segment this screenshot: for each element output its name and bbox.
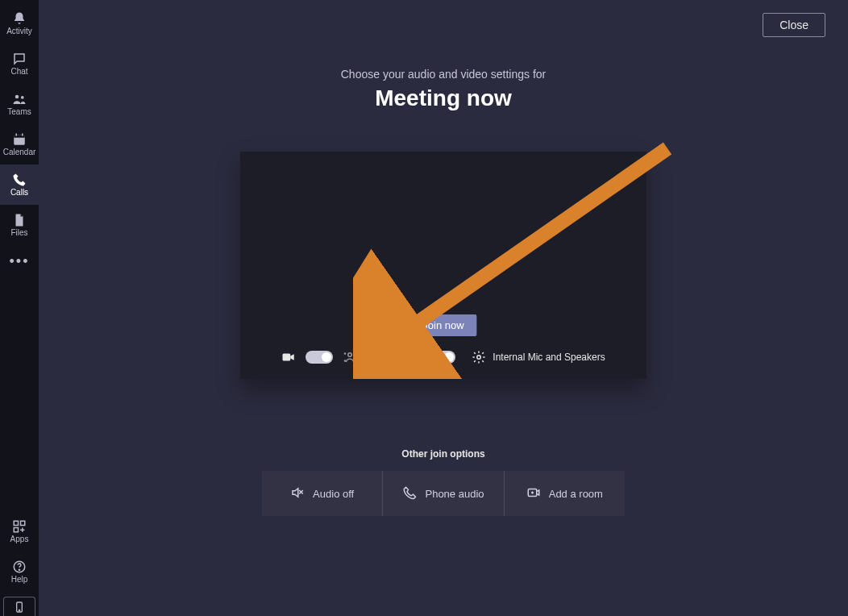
rail-chat[interactable]: Chat	[0, 44, 39, 84]
rail-label: Files	[10, 229, 27, 237]
rail-teams[interactable]: Teams	[0, 84, 39, 124]
chat-icon	[12, 52, 27, 66]
rail-label: Activity	[6, 27, 32, 35]
rail-help[interactable]: Help	[0, 551, 39, 592]
teams-icon	[12, 92, 27, 106]
microphone-icon	[404, 350, 418, 364]
svg-point-1	[21, 96, 24, 99]
video-preview: Join now Internal Mic and Speakers	[240, 152, 646, 379]
svg-rect-5	[22, 134, 23, 136]
other-options-title: Other join options	[39, 448, 848, 460]
device-label: Internal Mic and Speakers	[493, 352, 605, 363]
camera-toggle[interactable]	[306, 351, 333, 364]
rail-label: Help	[11, 576, 28, 584]
option-phone-audio[interactable]: Phone audio	[382, 471, 503, 516]
svg-rect-6	[14, 521, 18, 525]
svg-point-14	[348, 353, 352, 357]
preview-controls: Internal Mic and Speakers	[240, 350, 646, 364]
rail-apps[interactable]: Apps	[0, 511, 39, 551]
join-now-button[interactable]: Join now	[409, 314, 476, 336]
rail-activity[interactable]: Activity	[0, 3, 39, 44]
add-room-icon	[526, 485, 541, 502]
svg-point-15	[345, 353, 346, 354]
svg-point-0	[15, 95, 19, 99]
option-label: Audio off	[313, 488, 354, 500]
rail-device-button[interactable]	[3, 597, 35, 616]
file-icon	[12, 213, 27, 227]
phone-audio-icon	[402, 485, 417, 502]
rail-calendar[interactable]: Calendar	[0, 124, 39, 164]
rail-files[interactable]: Files	[0, 205, 39, 245]
app-rail: Activity Chat Teams Calendar Calls Files…	[0, 0, 39, 616]
svg-rect-3	[14, 135, 25, 138]
device-settings-button[interactable]: Internal Mic and Speakers	[472, 350, 605, 364]
rail-calls[interactable]: Calls	[0, 164, 39, 205]
svg-point-10	[19, 569, 19, 570]
close-button[interactable]: Close	[763, 13, 825, 37]
svg-rect-7	[21, 521, 25, 525]
microphone-toggle[interactable]	[428, 351, 455, 364]
gear-icon	[472, 350, 486, 364]
rail-label: Chat	[10, 68, 27, 76]
help-icon	[12, 560, 27, 574]
calendar-icon	[12, 132, 27, 147]
svg-rect-8	[14, 528, 18, 532]
camera-icon	[281, 350, 296, 364]
svg-point-18	[355, 360, 355, 361]
svg-rect-4	[16, 134, 18, 136]
background-blur-icon	[343, 350, 357, 364]
svg-point-20	[477, 356, 481, 360]
svg-point-16	[355, 353, 355, 354]
prejoin-subtitle: Choose your audio and video settings for	[39, 68, 848, 81]
meeting-title: Meeting now	[39, 85, 848, 111]
svg-rect-19	[409, 352, 414, 358]
option-label: Add a room	[549, 488, 603, 500]
audio-off-icon	[290, 485, 305, 502]
rail-label: Teams	[7, 108, 31, 116]
prejoin-header: Choose your audio and video settings for…	[39, 68, 848, 111]
svg-rect-13	[283, 354, 291, 361]
option-audio-off[interactable]: Audio off	[262, 471, 382, 516]
rail-label: Calendar	[3, 148, 36, 156]
option-label: Phone audio	[425, 488, 484, 500]
apps-icon	[12, 519, 27, 534]
rail-more[interactable]: •••	[0, 245, 39, 277]
svg-point-12	[19, 610, 19, 610]
background-blur-toggle[interactable]	[367, 351, 394, 364]
ellipsis-icon: •••	[10, 253, 30, 270]
rail-label: Apps	[10, 535, 29, 543]
rail-label: Calls	[10, 189, 28, 197]
option-add-room[interactable]: Add a room	[504, 471, 625, 516]
bell-icon	[12, 11, 27, 26]
phone-icon	[12, 173, 27, 187]
main-area: Close Choose your audio and video settin…	[39, 0, 848, 616]
svg-point-17	[345, 360, 346, 361]
other-options-bar: Audio off Phone audio Add a room	[262, 471, 625, 516]
